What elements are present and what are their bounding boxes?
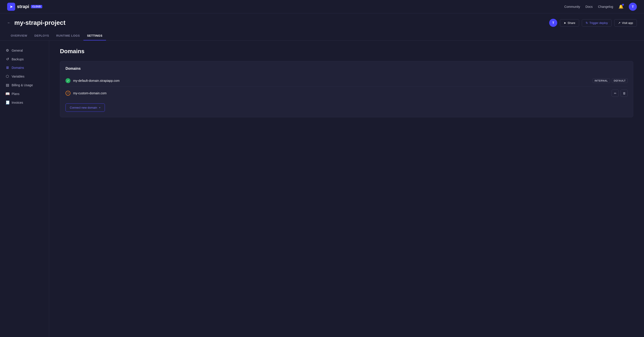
general-icon: ⚙	[5, 48, 10, 52]
topnav-left: ➤ strapi CLOUD	[7, 3, 42, 11]
domain-2-delete-button[interactable]: 🗑	[620, 90, 628, 97]
sidebar-item-plans[interactable]: 📖 Plans	[0, 89, 49, 98]
billing-icon: ▤	[5, 83, 10, 87]
page-title: Domains	[60, 48, 633, 55]
sidebar-label-billing: Billing & Usage	[12, 83, 33, 87]
sidebar-label-backups: Backups	[12, 57, 24, 61]
settings-sidebar: ⚙ General ↺ Backups 🖥 Domains ⬡ Variable…	[0, 41, 49, 337]
project-avatar: T	[549, 19, 557, 27]
sidebar-label-domains: Domains	[12, 66, 24, 69]
domain-1-badges: INTERNAL DEFAULT	[592, 78, 628, 83]
top-navigation: ➤ strapi CLOUD Community Docs Changelog …	[0, 0, 644, 13]
main-content: ⚙ General ↺ Backups 🖥 Domains ⬡ Variable…	[0, 41, 644, 337]
domains-card-title: Domains	[66, 67, 628, 71]
domains-icon: 🖥	[5, 66, 10, 70]
domain-2-edit-button[interactable]: ✏	[612, 90, 619, 97]
notification-dot	[622, 4, 624, 5]
project-tabs: OVERVIEW DEPLOYS RUNTIME LOGS SETTINGS	[7, 31, 637, 40]
notification-button[interactable]: 🔔	[618, 4, 624, 9]
plus-icon: +	[99, 106, 100, 109]
domain-row-2: ⏱ my-custom-domain.com ✏ 🗑	[66, 86, 628, 100]
topnav-right: Community Docs Changelog 🔔 T	[564, 3, 637, 11]
backups-icon: ↺	[5, 57, 10, 61]
domain-1-badge-default: DEFAULT	[612, 78, 628, 83]
logo-text: strapi	[17, 4, 29, 9]
domain-2-name: my-custom-domain.com	[73, 91, 612, 95]
connect-new-domain-button[interactable]: Connect new domain +	[66, 103, 105, 112]
logo[interactable]: ➤ strapi CLOUD	[7, 3, 42, 11]
project-title: my-strapi-project	[14, 19, 66, 26]
share-button[interactable]: ➤ Share	[560, 19, 579, 26]
sidebar-label-general: General	[12, 49, 23, 52]
cloud-badge: CLOUD	[31, 5, 42, 8]
project-actions: T ➤ Share ↻ Trigger deploy ↗ Visit app	[549, 19, 637, 27]
sidebar-item-billing[interactable]: ▤ Billing & Usage	[0, 81, 49, 89]
changelog-link[interactable]: Changelog	[598, 5, 613, 8]
sidebar-item-variables[interactable]: ⬡ Variables	[0, 72, 49, 81]
docs-link[interactable]: Docs	[586, 5, 592, 8]
sidebar-label-variables: Variables	[12, 75, 24, 78]
domain-row-1: ✓ my-default-domain.strapiapp.com INTERN…	[66, 75, 628, 86]
sidebar-label-invoices: Invoices	[12, 101, 23, 104]
user-avatar[interactable]: T	[629, 3, 637, 11]
settings-page-content: Domains Domains ✓ my-default-domain.stra…	[49, 41, 644, 337]
domain-1-name: my-default-domain.strapiapp.com	[73, 79, 590, 82]
project-header: ← my-strapi-project T ➤ Share ↻ Trigger …	[0, 13, 644, 41]
domain-1-status-icon: ✓	[66, 78, 70, 83]
back-button[interactable]: ←	[7, 21, 11, 25]
sidebar-item-invoices[interactable]: 🧾 Invoices	[0, 98, 49, 107]
sidebar-label-plans: Plans	[12, 92, 20, 96]
external-link-icon: ↗	[618, 21, 620, 24]
deploy-icon: ↻	[586, 21, 588, 24]
invoices-icon: 🧾	[5, 100, 10, 105]
sidebar-item-domains[interactable]: 🖥 Domains	[0, 63, 49, 72]
trigger-deploy-button[interactable]: ↻ Trigger deploy	[582, 19, 612, 26]
tab-overview[interactable]: OVERVIEW	[7, 31, 31, 40]
sidebar-item-backups[interactable]: ↺ Backups	[0, 55, 49, 63]
domains-card: Domains ✓ my-default-domain.strapiapp.co…	[60, 61, 633, 117]
sidebar-item-general[interactable]: ⚙ General	[0, 46, 49, 55]
domain-2-actions: ✏ 🗑	[612, 90, 628, 97]
tab-deploys[interactable]: DEPLOYS	[31, 31, 53, 40]
logo-icon: ➤	[7, 3, 15, 11]
tab-runtime-logs[interactable]: RUNTIME LOGS	[52, 31, 84, 40]
connect-domain-label: Connect new domain	[70, 106, 97, 109]
domain-2-status-icon: ⏱	[66, 91, 70, 96]
tab-settings[interactable]: SETTINGS	[84, 31, 106, 40]
plans-icon: 📖	[5, 92, 10, 96]
share-icon: ➤	[564, 21, 566, 24]
project-title-left: ← my-strapi-project	[7, 19, 66, 26]
domain-1-badge-internal: INTERNAL	[592, 78, 610, 83]
community-link[interactable]: Community	[564, 5, 580, 8]
project-title-row: ← my-strapi-project T ➤ Share ↻ Trigger …	[7, 19, 637, 27]
visit-app-button[interactable]: ↗ Visit app	[614, 19, 637, 26]
variables-icon: ⬡	[5, 74, 10, 78]
